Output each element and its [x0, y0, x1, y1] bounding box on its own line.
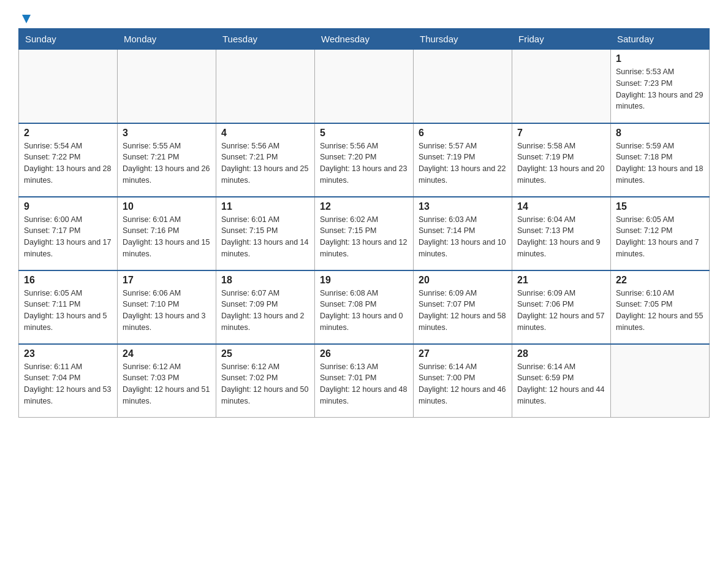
- calendar-day-cell: 6Sunrise: 5:57 AMSunset: 7:19 PMDaylight…: [414, 123, 512, 197]
- calendar-day-cell: 19Sunrise: 6:08 AMSunset: 7:08 PMDayligh…: [315, 270, 414, 344]
- day-number: 20: [419, 275, 507, 286]
- logo-triangle-icon: [20, 12, 33, 26]
- day-info: Sunrise: 6:11 AMSunset: 7:04 PMDaylight:…: [24, 361, 112, 407]
- day-number: 10: [123, 201, 211, 212]
- day-of-week-header: Monday: [118, 29, 216, 50]
- calendar-day-cell: 5Sunrise: 5:56 AMSunset: 7:20 PMDaylight…: [315, 123, 414, 197]
- day-number: 4: [221, 128, 309, 139]
- calendar-day-cell: [216, 50, 315, 123]
- calendar-day-cell: 10Sunrise: 6:01 AMSunset: 7:16 PMDayligh…: [118, 197, 216, 270]
- day-info: Sunrise: 5:55 AMSunset: 7:21 PMDaylight:…: [123, 140, 211, 186]
- day-number: 6: [419, 128, 507, 139]
- calendar-day-cell: 21Sunrise: 6:09 AMSunset: 7:06 PMDayligh…: [512, 270, 611, 344]
- day-info: Sunrise: 6:05 AMSunset: 7:12 PMDaylight:…: [616, 214, 704, 260]
- calendar-day-cell: 12Sunrise: 6:02 AMSunset: 7:15 PMDayligh…: [315, 197, 414, 270]
- day-number: 26: [320, 348, 408, 359]
- calendar-day-cell: 11Sunrise: 6:01 AMSunset: 7:15 PMDayligh…: [216, 197, 315, 270]
- day-info: Sunrise: 5:59 AMSunset: 7:18 PMDaylight:…: [616, 140, 704, 186]
- day-info: Sunrise: 6:01 AMSunset: 7:15 PMDaylight:…: [221, 214, 309, 260]
- svg-marker-0: [22, 15, 31, 23]
- day-info: Sunrise: 6:01 AMSunset: 7:16 PMDaylight:…: [123, 214, 211, 260]
- calendar-day-cell: [118, 50, 216, 123]
- calendar-day-cell: 3Sunrise: 5:55 AMSunset: 7:21 PMDaylight…: [118, 123, 216, 197]
- day-info: Sunrise: 6:08 AMSunset: 7:08 PMDaylight:…: [320, 288, 408, 334]
- day-info: Sunrise: 6:06 AMSunset: 7:10 PMDaylight:…: [123, 288, 211, 334]
- day-number: 15: [616, 201, 704, 212]
- day-number: 16: [24, 275, 112, 286]
- calendar-day-cell: [315, 50, 414, 123]
- calendar-day-cell: 2Sunrise: 5:54 AMSunset: 7:22 PMDaylight…: [19, 123, 118, 197]
- calendar-day-cell: 24Sunrise: 6:12 AMSunset: 7:03 PMDayligh…: [118, 344, 216, 418]
- calendar-week-row: 23Sunrise: 6:11 AMSunset: 7:04 PMDayligh…: [19, 344, 710, 418]
- day-info: Sunrise: 6:10 AMSunset: 7:05 PMDaylight:…: [616, 288, 704, 334]
- day-info: Sunrise: 6:09 AMSunset: 7:06 PMDaylight:…: [517, 288, 605, 334]
- day-number: 27: [419, 348, 507, 359]
- calendar-week-row: 16Sunrise: 6:05 AMSunset: 7:11 PMDayligh…: [19, 270, 710, 344]
- day-number: 9: [24, 201, 112, 212]
- calendar-day-cell: 26Sunrise: 6:13 AMSunset: 7:01 PMDayligh…: [315, 344, 414, 418]
- calendar-day-cell: 17Sunrise: 6:06 AMSunset: 7:10 PMDayligh…: [118, 270, 216, 344]
- day-number: 3: [123, 128, 211, 139]
- calendar-day-cell: 25Sunrise: 6:12 AMSunset: 7:02 PMDayligh…: [216, 344, 315, 418]
- calendar-day-cell: 20Sunrise: 6:09 AMSunset: 7:07 PMDayligh…: [414, 270, 512, 344]
- day-number: 7: [517, 128, 605, 139]
- calendar-day-cell: [19, 50, 118, 123]
- day-number: 8: [616, 128, 704, 139]
- day-number: 1: [616, 53, 704, 64]
- day-info: Sunrise: 5:53 AMSunset: 7:23 PMDaylight:…: [616, 66, 704, 112]
- day-of-week-header: Sunday: [19, 29, 118, 50]
- day-number: 5: [320, 128, 408, 139]
- calendar-day-cell: [611, 344, 710, 418]
- calendar-day-cell: 1Sunrise: 5:53 AMSunset: 7:23 PMDaylight…: [611, 50, 710, 123]
- day-info: Sunrise: 5:56 AMSunset: 7:20 PMDaylight:…: [320, 140, 408, 186]
- calendar-week-row: 9Sunrise: 6:00 AMSunset: 7:17 PMDaylight…: [19, 197, 710, 270]
- calendar-day-cell: 9Sunrise: 6:00 AMSunset: 7:17 PMDaylight…: [19, 197, 118, 270]
- day-number: 13: [419, 201, 507, 212]
- day-number: 19: [320, 275, 408, 286]
- page-header: [18, 12, 710, 22]
- calendar-week-row: 1Sunrise: 5:53 AMSunset: 7:23 PMDaylight…: [19, 50, 710, 123]
- day-of-week-header: Saturday: [611, 29, 710, 50]
- day-number: 12: [320, 201, 408, 212]
- day-info: Sunrise: 6:09 AMSunset: 7:07 PMDaylight:…: [419, 288, 507, 334]
- calendar-day-cell: 28Sunrise: 6:14 AMSunset: 6:59 PMDayligh…: [512, 344, 611, 418]
- calendar-day-cell: 13Sunrise: 6:03 AMSunset: 7:14 PMDayligh…: [414, 197, 512, 270]
- day-info: Sunrise: 5:54 AMSunset: 7:22 PMDaylight:…: [24, 140, 112, 186]
- day-number: 23: [24, 348, 112, 359]
- calendar-day-cell: 23Sunrise: 6:11 AMSunset: 7:04 PMDayligh…: [19, 344, 118, 418]
- calendar-day-cell: 16Sunrise: 6:05 AMSunset: 7:11 PMDayligh…: [19, 270, 118, 344]
- day-of-week-header: Tuesday: [216, 29, 315, 50]
- day-info: Sunrise: 5:58 AMSunset: 7:19 PMDaylight:…: [517, 140, 605, 186]
- calendar-day-cell: 7Sunrise: 5:58 AMSunset: 7:19 PMDaylight…: [512, 123, 611, 197]
- day-number: 22: [616, 275, 704, 286]
- day-info: Sunrise: 6:03 AMSunset: 7:14 PMDaylight:…: [419, 214, 507, 260]
- day-info: Sunrise: 6:00 AMSunset: 7:17 PMDaylight:…: [24, 214, 112, 260]
- day-info: Sunrise: 6:02 AMSunset: 7:15 PMDaylight:…: [320, 214, 408, 260]
- day-info: Sunrise: 5:56 AMSunset: 7:21 PMDaylight:…: [221, 140, 309, 186]
- day-number: 18: [221, 275, 309, 286]
- calendar-day-cell: 14Sunrise: 6:04 AMSunset: 7:13 PMDayligh…: [512, 197, 611, 270]
- day-of-week-header: Wednesday: [315, 29, 414, 50]
- day-number: 21: [517, 275, 605, 286]
- calendar-day-cell: 8Sunrise: 5:59 AMSunset: 7:18 PMDaylight…: [611, 123, 710, 197]
- day-info: Sunrise: 6:12 AMSunset: 7:02 PMDaylight:…: [221, 361, 309, 407]
- day-number: 11: [221, 201, 309, 212]
- logo: [18, 12, 33, 22]
- day-of-week-header: Thursday: [414, 29, 512, 50]
- day-info: Sunrise: 6:14 AMSunset: 7:00 PMDaylight:…: [419, 361, 507, 407]
- day-info: Sunrise: 6:13 AMSunset: 7:01 PMDaylight:…: [320, 361, 408, 407]
- calendar-day-cell: 4Sunrise: 5:56 AMSunset: 7:21 PMDaylight…: [216, 123, 315, 197]
- calendar-day-cell: 15Sunrise: 6:05 AMSunset: 7:12 PMDayligh…: [611, 197, 710, 270]
- day-info: Sunrise: 6:12 AMSunset: 7:03 PMDaylight:…: [123, 361, 211, 407]
- calendar-day-cell: 22Sunrise: 6:10 AMSunset: 7:05 PMDayligh…: [611, 270, 710, 344]
- day-info: Sunrise: 5:57 AMSunset: 7:19 PMDaylight:…: [419, 140, 507, 186]
- day-info: Sunrise: 6:07 AMSunset: 7:09 PMDaylight:…: [221, 288, 309, 334]
- day-info: Sunrise: 6:05 AMSunset: 7:11 PMDaylight:…: [24, 288, 112, 334]
- calendar-day-cell: [414, 50, 512, 123]
- day-number: 2: [24, 128, 112, 139]
- calendar-day-cell: 27Sunrise: 6:14 AMSunset: 7:00 PMDayligh…: [414, 344, 512, 418]
- calendar-day-cell: [512, 50, 611, 123]
- calendar-table: SundayMondayTuesdayWednesdayThursdayFrid…: [18, 28, 710, 418]
- day-number: 24: [123, 348, 211, 359]
- day-number: 14: [517, 201, 605, 212]
